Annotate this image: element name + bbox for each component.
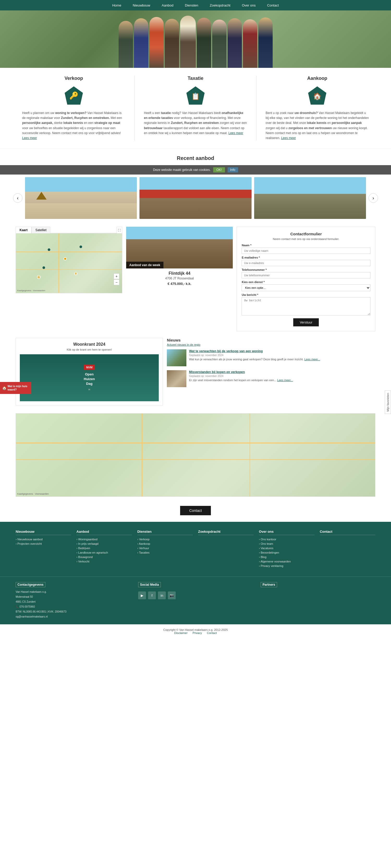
news-thumb-2 <box>167 370 186 387</box>
footer-partners-section: Partners <box>261 582 376 619</box>
listing-address: 4706 JT Rossendaal <box>126 277 233 280</box>
footer-bottom: Contactgegevens Van Hassel makelaars o.g… <box>0 577 391 624</box>
news-content-2: Misverstanden bij kopen en verkopen Gepl… <box>189 370 376 387</box>
nav-contact[interactable]: Contact <box>261 3 285 7</box>
map-expand-button[interactable]: ⛶ <box>117 227 122 233</box>
copyright-privacy[interactable]: Privacy <box>193 631 202 634</box>
news-subtitle-link[interactable]: Actueel nieuws in de regio <box>167 343 376 346</box>
footer-partners-title: Partners <box>261 582 277 587</box>
map-zoom-in[interactable]: + <box>113 273 119 279</box>
carousel-prev-button[interactable]: ‹ <box>13 193 23 203</box>
copyright-contact[interactable]: Contact <box>207 631 217 634</box>
footer-col-zoekopdracht-title: Zoekopdracht <box>198 530 254 535</box>
social-youtube-icon[interactable]: ▶ <box>138 591 146 599</box>
middle-section: Kaart Satelliet ⛶ 10 55 + − Kaartgegeven… <box>0 224 391 334</box>
large-map-area: Kaartgegevens · Voorwaarden <box>15 413 376 497</box>
property-item-1[interactable] <box>25 177 137 219</box>
contact-cta-button[interactable]: Contact <box>180 506 211 515</box>
contact-form-subtitle: Neem contact met ons op via onderstaand … <box>241 238 370 241</box>
footer-col-diensten: Diensten › Verkoop › Aankoop › Verhuur ›… <box>137 530 193 569</box>
footer-link-aankoop[interactable]: › Aankoop <box>137 542 193 545</box>
footer-link-blog[interactable]: › Blog <box>259 555 314 559</box>
map-zoom-out[interactable]: − <box>113 279 119 285</box>
news-section: Nieuws Actueel nieuws in de regio Wat te… <box>167 338 376 405</box>
hero-section <box>0 10 391 68</box>
property-item-3[interactable] <box>254 177 366 219</box>
email-input[interactable] <box>241 260 370 266</box>
svg-text:🔑: 🔑 <box>69 91 78 100</box>
social-facebook-icon[interactable]: f <box>148 591 156 599</box>
social-linkedin-icon[interactable]: in <box>158 591 166 599</box>
footer-social-title: Social Media <box>138 582 161 587</box>
listing-title: Flintdijk 44 <box>126 271 233 276</box>
nav-nieuwbouw[interactable]: Nieuwbouw <box>127 3 156 7</box>
footer-city: 4881 CS Zundert <box>15 599 130 604</box>
footer-link-nieuwbouw-aanbod[interactable]: › Nieuwbouw aanbod <box>15 538 71 541</box>
footer-address: Molenstraat 50 <box>15 594 130 599</box>
footer-link-bouwgrond[interactable]: › Bouwgrond <box>76 555 132 559</box>
woonkrant-title: Woonkrant 2024 <box>20 342 159 347</box>
footer-link-taxaties[interactable]: › Taxaties <box>137 551 193 554</box>
copyright-disclaimer[interactable]: Disclaimer <box>174 631 188 634</box>
footer-col-over-ons-title: Over ons <box>259 530 314 535</box>
listing-badge: Aanbod van de week <box>126 262 163 269</box>
contact-submit-button[interactable]: Verstuur <box>293 318 319 327</box>
footer-link-voorwaarden[interactable]: › Algemene voorwaarden <box>259 560 314 563</box>
cookie-ok-button[interactable]: OK! <box>213 167 225 173</box>
house-value-button[interactable]: 🏠 Wat is mijn huis waard? <box>0 382 31 394</box>
woonkrant-image[interactable]: NVM OpenHuizenDag H <box>20 354 159 401</box>
nav-home[interactable]: Home <box>106 3 127 7</box>
footer-link-verkocht[interactable]: › Verkocht <box>76 560 132 563</box>
message-input[interactable] <box>241 297 370 315</box>
contact-form-title: Contactformulier <box>241 232 370 236</box>
news-content-1: Wat te verwachten bij de verkoop van een… <box>189 349 376 366</box>
favorites-tab[interactable]: Mijn favorieten <box>385 391 391 414</box>
map-tab-kaart[interactable]: Kaart <box>15 227 32 233</box>
footer-link-verkoop[interactable]: › Verkoop <box>137 538 193 541</box>
phone-input[interactable] <box>241 272 370 278</box>
news-title-2[interactable]: Misverstanden bij kopen en verkopen <box>189 370 376 374</box>
nav-diensten[interactable]: Diensten <box>179 3 204 7</box>
service-label: Kies een dienst * <box>241 280 370 284</box>
map-tab-satelliet[interactable]: Satelliet <box>32 227 51 233</box>
news-excerpt-2: Er zijn veel misverstanden rondom het ko… <box>189 378 376 382</box>
footer-link-prijs-verlaagd[interactable]: › In prijs verlaagd <box>76 542 132 545</box>
social-instagram-icon[interactable]: 📷 <box>168 591 176 599</box>
carousel-next-button[interactable]: › <box>368 193 378 203</box>
aankoop-lees-meer[interactable]: Lees meer <box>281 136 296 140</box>
nav-aanbod[interactable]: Aanbod <box>156 3 179 7</box>
cookie-info-button[interactable]: Info <box>228 167 238 173</box>
cookie-bar: Deze website maakt gebruik van cookies. … <box>0 165 391 175</box>
footer-col-nieuwbouw-title: Nieuwbouw <box>15 530 71 535</box>
news-title-1[interactable]: Wat te verwachten bij de verkoop van een… <box>189 349 376 353</box>
news-more-2[interactable]: Lees meer... <box>277 378 293 382</box>
footer-company-name: Van Hassel makelaars o.g. <box>15 589 130 594</box>
footer-link-privacy[interactable]: › Privacy verklaring <box>259 564 314 567</box>
recent-aanbod-title: Recent aanbod <box>0 155 391 161</box>
verkoop-lees-meer[interactable]: Lees meer <box>22 136 37 140</box>
property-item-2[interactable] <box>139 177 251 219</box>
name-input[interactable] <box>241 248 370 254</box>
footer-col-zoekopdracht: Zoekopdracht <box>198 530 254 569</box>
footer-link-landbouw[interactable]: › Landbouw en agrarisch <box>76 551 132 554</box>
footer-link-vacatures[interactable]: › Vacatures <box>259 547 314 550</box>
svg-text:📋: 📋 <box>191 92 200 100</box>
footer-link-verhuur[interactable]: › Verhuur <box>137 547 193 550</box>
taxatie-lees-meer[interactable]: Lees meer <box>228 131 243 135</box>
footer-col-contact: Contact <box>320 530 376 569</box>
footer-btw: BTW: NL0065.66.443.B01 | KVK: 20046673 <box>15 609 130 614</box>
footer-link-team[interactable]: › Ons team <box>259 542 314 545</box>
service-taxatie: Taxatie 📋 Heeft u een taxatie nodig? Van… <box>137 76 254 141</box>
footer-link-projecten[interactable]: › Projecten overzicht <box>15 542 71 545</box>
nav-zoekopdracht[interactable]: Zoekopdracht <box>204 3 236 7</box>
nav-over-ons[interactable]: Over ons <box>236 3 261 7</box>
name-label: Naam * <box>241 244 370 247</box>
footer-link-woningaanbod[interactable]: › Woningaanbod <box>76 538 132 541</box>
footer-link-beoordelingen[interactable]: › Beoordelingen <box>259 551 314 554</box>
listing-price: € 475.000,- k.k. <box>126 282 233 286</box>
service-select[interactable]: Kies een optie... Verkoop Aankoop Taxati… <box>241 284 370 291</box>
footer-link-kantoor[interactable]: › Ons kantoor <box>259 538 314 541</box>
footer-link-bedrijven[interactable]: › Bedrijven <box>76 547 132 550</box>
news-title: Nieuws <box>167 338 376 342</box>
news-more-1[interactable]: Lees meer... <box>304 358 320 361</box>
